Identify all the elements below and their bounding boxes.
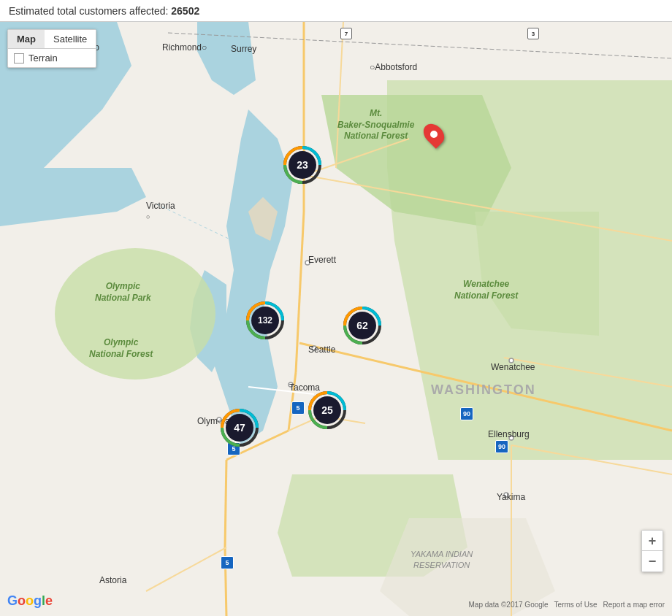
map-attribution: Map data ©2017 Google Terms of Use Repor… [468,601,665,609]
svg-marker-9 [321,95,511,226]
cluster-132[interactable]: 132 [246,301,284,339]
svg-point-39 [509,436,513,440]
svg-marker-2 [212,109,292,445]
label-ellensburg: Ellensburg [488,429,530,439]
label-richmond: Richmond○ [162,42,207,53]
terrain-control: Terrain [8,49,96,67]
label-surrey: Surrey [231,44,256,54]
svg-marker-10 [475,212,599,336]
svg-marker-3 [190,270,226,372]
svg-marker-6 [248,197,278,241]
satellite-button[interactable]: Satellite [45,30,96,48]
svg-line-15 [299,212,304,299]
label-seattle: Seattle [308,344,335,355]
terms-link[interactable]: Terms of Use [554,601,597,609]
cluster-25[interactable]: 25 [308,391,346,429]
label-wenatchee-forest: WenatcheeNational Forest [454,279,518,301]
cluster-62-label: 62 [348,312,376,339]
map-data-text: Map data ©2017 Google [468,601,548,609]
svg-line-30 [336,22,343,168]
svg-point-36 [289,382,293,387]
svg-line-16 [296,299,299,372]
label-victoria: Victoria○ [146,201,175,221]
terrain-checkbox[interactable] [14,53,24,63]
cluster-47-label: 47 [226,414,253,442]
zoom-in-button[interactable]: + [642,531,663,551]
label-baker-snoqualmie: Mt.Baker-SnoqualmieNational Forest [337,108,414,142]
svg-marker-5 [197,22,256,95]
interstate-5-south: 5 [221,556,234,569]
zoom-out-button[interactable]: − [642,551,663,571]
cluster-132-label: 132 [251,307,279,334]
customer-count: 26502 [171,5,199,17]
label-yakima: Yakima [497,492,525,502]
svg-line-28 [511,445,672,474]
cluster-23-label: 23 [289,151,316,179]
cluster-47[interactable]: 47 [221,409,259,447]
svg-marker-4 [0,168,146,226]
map-svg [0,22,672,616]
svg-rect-0 [0,22,672,616]
label-olympic-park: OlympicNational Park [95,281,151,304]
svg-point-38 [509,358,513,363]
cluster-62[interactable]: 62 [343,307,381,344]
label-everett: Everett [308,255,336,265]
report-link[interactable]: Report a map error [603,601,665,609]
cluster-23[interactable]: 23 [283,146,321,184]
label-washington: WASHINGTON [431,382,536,398]
google-logo: Google [7,593,53,609]
header-bar: Estimated total customers affected: 2650… [0,0,672,22]
label-olympic-forest: OlympicNational Forest [89,337,153,360]
incident-pin[interactable] [425,123,443,146]
cluster-25-label: 25 [313,396,341,424]
svg-line-23 [248,387,314,394]
interstate-5-tacoma: 5 [291,401,305,415]
terrain-label: Terrain [28,53,58,63]
svg-point-35 [312,346,316,350]
label-wenatchee: Wenatchee [491,362,535,372]
label-astoria: Astoria [99,575,126,585]
state-route-7: 7 [340,28,352,39]
svg-point-40 [504,493,508,497]
svg-line-33 [168,33,672,58]
map-container: Map Satellite Terrain 23 132 [0,22,672,616]
svg-line-27 [504,358,672,387]
header-title: Estimated total customers affected: [9,5,168,17]
label-abbotsford: ○Abbotsford [370,62,417,72]
svg-point-34 [305,261,310,265]
interstate-90-east: 90 [460,407,473,420]
svg-line-32 [157,204,248,248]
map-type-buttons: Map Satellite [8,30,96,49]
zoom-controls: + − [641,530,663,572]
svg-line-22 [304,175,672,241]
svg-line-21 [299,343,672,431]
map-button[interactable]: Map [8,30,45,48]
svg-marker-11 [278,474,467,577]
label-yakama: YAKAMA INDIANRESERVATION [411,549,473,571]
svg-line-19 [225,460,226,547]
state-route-3: 3 [527,28,539,39]
svg-line-31 [146,547,226,591]
svg-point-7 [55,248,215,380]
interstate-90-ellensburg: 90 [495,440,508,453]
map-type-controls: Map Satellite Terrain [7,29,96,68]
